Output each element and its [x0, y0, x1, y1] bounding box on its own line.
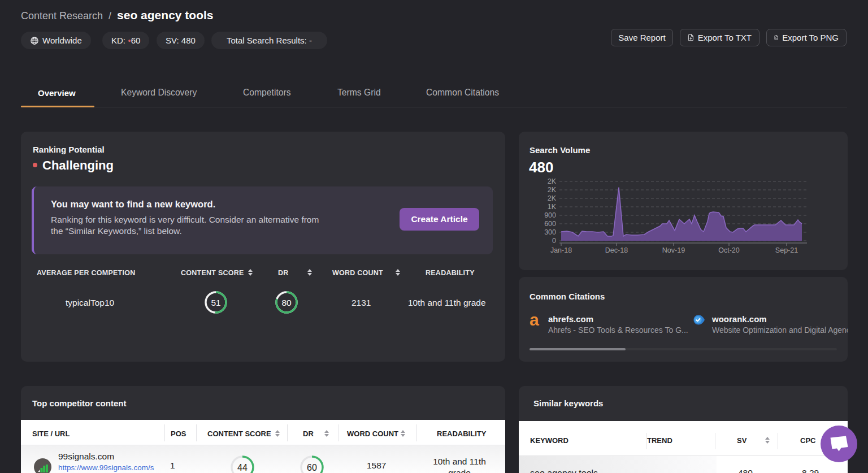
svg-text:51: 51: [211, 298, 220, 307]
svg-text:Oct-20: Oct-20: [718, 246, 740, 254]
svg-text:80: 80: [281, 298, 292, 307]
svg-text:300: 300: [544, 228, 556, 236]
svg-text:Nov-19: Nov-19: [662, 246, 685, 254]
svg-text:2K: 2K: [548, 177, 557, 185]
svg-text:Dec-18: Dec-18: [605, 246, 628, 254]
svg-text:600: 600: [544, 220, 556, 228]
svg-text:1K: 1K: [548, 203, 557, 211]
svg-text:900: 900: [544, 211, 556, 219]
svg-text:0: 0: [552, 237, 556, 245]
svg-text:2K: 2K: [548, 194, 557, 202]
svg-text:Jan-18: Jan-18: [550, 246, 572, 254]
svg-text:44: 44: [237, 463, 248, 472]
svg-text:2K: 2K: [548, 186, 557, 194]
svg-text:60: 60: [307, 463, 317, 472]
svg-text:Sep-21: Sep-21: [775, 246, 798, 254]
